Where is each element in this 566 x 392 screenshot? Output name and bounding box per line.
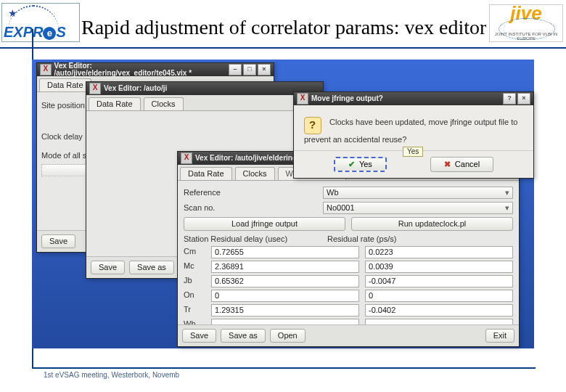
move-jfringe-dialog: X Move jfringe output? ? × Clocks have b…	[293, 91, 534, 179]
delay-input[interactable]: 0	[211, 290, 359, 302]
rate-input[interactable]: -0.0402	[365, 304, 513, 317]
rate-input[interactable]: -0.0047	[365, 275, 513, 287]
tooltip-yes: Yes	[403, 147, 423, 157]
tab-data-rate[interactable]: Data Rate	[89, 97, 141, 110]
slide-footer: 1st eVSAG meeting, Westerbork, Novemb	[44, 372, 179, 379]
close-icon[interactable]: X	[89, 83, 101, 94]
tab-data-rate[interactable]: Data Rate	[39, 78, 91, 91]
exit-button[interactable]: Exit	[485, 329, 514, 343]
rate-input[interactable]: 0.0039	[365, 261, 513, 273]
save-as-button[interactable]: Save as	[221, 329, 266, 343]
help-icon[interactable]: ?	[503, 93, 516, 105]
vex-editor-window-3: X Vex Editor: /auto/jive/eldering/vex_ed…	[177, 151, 520, 347]
residual-rate-label: Residual rate (ps/s)	[327, 235, 396, 243]
save-button[interactable]: Save	[182, 329, 216, 343]
open-button[interactable]: Open	[270, 329, 305, 343]
rate-input[interactable]: 0	[365, 290, 513, 302]
rate-input[interactable]: 0.0223	[365, 246, 513, 258]
delay-input[interactable]: 0.72655	[211, 246, 359, 258]
save-button[interactable]: Save	[41, 234, 75, 248]
residual-delay-label: Station Residual delay (usec)	[184, 235, 323, 243]
tab-data-rate[interactable]: Data Rate	[180, 167, 232, 180]
delay-input[interactable]: 1.29315	[211, 304, 359, 317]
reference-dropdown[interactable]: Wb▾	[323, 187, 513, 199]
save-button[interactable]: Save	[91, 261, 125, 274]
station-grid: Cm0.726550.0223 Mc2.368910.0039 Jb0.6536…	[184, 246, 513, 330]
window-title: Vex Editor: /auto/ji	[104, 85, 167, 92]
yes-button[interactable]: ✔Yes	[334, 157, 387, 172]
dialog-title: Move jfringe output?	[311, 95, 383, 102]
close-button-icon[interactable]: ×	[258, 64, 271, 75]
close-icon[interactable]: X	[297, 93, 308, 105]
run-updateclock-button[interactable]: Run updateclock.pl	[351, 217, 513, 231]
site-position-label: Site position	[41, 102, 85, 110]
close-icon[interactable]: X	[40, 64, 52, 75]
close-icon[interactable]: X	[181, 152, 192, 164]
tab-clocks[interactable]: Clocks	[144, 97, 184, 110]
tab-clocks[interactable]: Clocks	[235, 167, 275, 180]
load-jfringe-button[interactable]: Load jfringe output	[184, 217, 345, 231]
delay-input[interactable]: 0.65362	[211, 275, 359, 287]
scan-no-label: Scan no.	[184, 204, 319, 212]
minimize-icon[interactable]: –	[229, 64, 242, 75]
clock-delay-label: Clock delay	[41, 133, 83, 141]
cancel-button[interactable]: ✖Cancel	[430, 157, 493, 172]
scan-no-dropdown[interactable]: No0001▾	[323, 202, 513, 214]
maximize-icon[interactable]: □	[243, 64, 256, 75]
window-title: Vex Editor: /auto/jive/eldering/vex_edit…	[54, 62, 226, 77]
x-icon: ✖	[444, 160, 451, 168]
reference-label: Reference	[184, 189, 319, 197]
dialog-message: Clocks have been updated, move jfringe o…	[304, 118, 517, 144]
close-button-icon[interactable]: ×	[517, 93, 530, 105]
check-icon: ✔	[348, 160, 355, 168]
question-icon	[304, 117, 321, 134]
delay-input[interactable]: 2.36891	[211, 261, 359, 273]
save-as-button[interactable]: Save as	[129, 261, 174, 274]
